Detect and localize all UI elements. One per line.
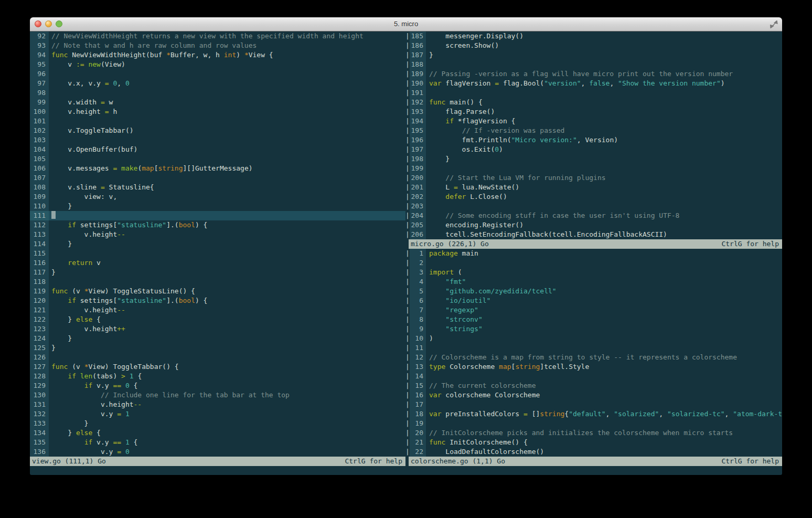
code-line[interactable]: 122 } else { — [30, 315, 405, 324]
code-line[interactable]: |206 tcell.SetEncodingFallback(tcell.Enc… — [405, 230, 782, 239]
code-line[interactable]: 111 — [30, 211, 405, 220]
code-line[interactable]: |1package main — [405, 249, 782, 258]
code-line[interactable]: |200 // Start the Lua VM for running plu… — [405, 173, 782, 183]
code-line[interactable]: |14 — [405, 372, 782, 381]
code-line[interactable]: |20// InitColorscheme picks and initiali… — [405, 428, 782, 438]
code-line[interactable]: 104 v.OpenBuffer(buf) — [30, 145, 405, 154]
code-line[interactable]: 129 if v.y == 0 { — [30, 381, 405, 390]
line-number: 121 — [30, 305, 49, 315]
code-line[interactable]: |204 // Some encoding stuff in case the … — [405, 211, 782, 220]
window-titlebar[interactable]: 5. micro — [30, 17, 782, 31]
code-line[interactable]: 123 v.height++ — [30, 324, 405, 334]
code-line[interactable]: 115 — [30, 249, 405, 258]
code-line[interactable]: 128 if len(tabs) > 1 { — [30, 372, 405, 381]
code-line[interactable]: 134 } else { — [30, 428, 405, 438]
pane-right-column[interactable]: |185 messenger.Display()|186 screen.Show… — [405, 31, 782, 475]
fullscreen-icon[interactable] — [770, 20, 778, 28]
code-line[interactable]: 97 v.x, v.y = 0, 0 — [30, 79, 405, 88]
code-line[interactable]: |199 — [405, 164, 782, 173]
code-line[interactable]: |198 } — [405, 154, 782, 164]
code-line[interactable]: 107 — [30, 173, 405, 183]
code-line[interactable]: 105 — [30, 154, 405, 164]
code-line[interactable]: |3import ( — [405, 268, 782, 277]
code-line[interactable]: |201 L = lua.NewState() — [405, 183, 782, 192]
code-line[interactable]: |13type Colorscheme map[string]tcell.Sty… — [405, 362, 782, 372]
code-line[interactable]: |5 "github.com/zyedidia/tcell" — [405, 287, 782, 296]
code-line[interactable]: |10) — [405, 334, 782, 343]
code-line[interactable]: 93// Note that w and h are raw column an… — [30, 41, 405, 50]
code-line[interactable]: 127func (v *View) ToggleTabbar() { — [30, 362, 405, 372]
code-line[interactable]: |15// The current colorscheme — [405, 381, 782, 390]
code-line[interactable]: 136 v.y = 0 — [30, 447, 405, 457]
code-line[interactable]: |194 if *flagVersion { — [405, 117, 782, 126]
code-line[interactable]: 101 — [30, 117, 405, 126]
code-line[interactable]: |190var flagVersion = flag.Bool("version… — [405, 79, 782, 88]
code-line[interactable]: 108 v.sline = Statusline{ — [30, 183, 405, 192]
code-line[interactable]: |6 "io/ioutil" — [405, 296, 782, 305]
code-line[interactable]: 114 } — [30, 239, 405, 249]
code-line[interactable]: |197 os.Exit(0) — [405, 145, 782, 154]
pane-view-go[interactable]: 92// NewViewWidthHeight returns a new vi… — [30, 31, 405, 475]
code-line[interactable]: 131 v.height-- — [30, 400, 405, 409]
code-line[interactable]: 120 if settings["statusline"].(bool) { — [30, 296, 405, 305]
code-line[interactable]: 96 — [30, 69, 405, 79]
code-line[interactable]: 94func NewViewWidthHeight(buf *Buffer, w… — [30, 50, 405, 60]
code-line[interactable]: 113 v.height-- — [30, 230, 405, 239]
code-line[interactable]: 106 v.messages = make(map[string][]Gutte… — [30, 164, 405, 173]
code-line[interactable]: |7 "regexp" — [405, 305, 782, 315]
code-line[interactable]: 118 — [30, 277, 405, 287]
code-line[interactable]: 103 — [30, 135, 405, 145]
code-line[interactable]: 109 view: v, — [30, 192, 405, 202]
code-line[interactable]: 102 v.ToggleTabbar() — [30, 126, 405, 135]
code-line[interactable]: |195 // If -version was passed — [405, 126, 782, 135]
code-line[interactable]: |17 — [405, 400, 782, 409]
code-line[interactable]: |189// Passing -version as a flag will h… — [405, 69, 782, 79]
code-line[interactable]: 117} — [30, 268, 405, 277]
code-line[interactable]: 124 } — [30, 334, 405, 343]
code-line[interactable]: 135 if v.y == 1 { — [30, 438, 405, 447]
code-line[interactable]: |186 screen.Show() — [405, 41, 782, 50]
code-line[interactable]: |196 fmt.Println("Micro version:", Versi… — [405, 135, 782, 145]
split-divider: | — [405, 88, 410, 98]
code-line[interactable]: |187} — [405, 50, 782, 60]
code-line[interactable]: |2 — [405, 258, 782, 268]
code-line[interactable]: 100 v.height = h — [30, 107, 405, 117]
editor-content: 92// NewViewWidthHeight returns a new vi… — [30, 31, 782, 475]
code-line[interactable]: 95 v := new(View) — [30, 60, 405, 69]
code-line[interactable]: 126 — [30, 353, 405, 362]
code-line[interactable]: |203 — [405, 202, 782, 211]
code-text: if v.y == 1 { — [49, 438, 405, 447]
code-line[interactable]: |4 "fmt" — [405, 277, 782, 287]
code-line[interactable]: 92// NewViewWidthHeight returns a new vi… — [30, 31, 405, 41]
code-line[interactable]: |205 encoding.Register() — [405, 220, 782, 230]
code-line[interactable]: 98 — [30, 88, 405, 98]
code-line[interactable]: 119func (v *View) ToggleStatusLine() { — [30, 287, 405, 296]
code-line[interactable]: |11 — [405, 343, 782, 353]
code-line[interactable]: 99 v.width = w — [30, 98, 405, 107]
code-line[interactable]: 132 v.y = 1 — [30, 409, 405, 419]
code-line[interactable]: 112 if settings["statusline"].(bool) { — [30, 220, 405, 230]
code-line[interactable]: |21func InitColorscheme() { — [405, 438, 782, 447]
code-text: return v — [49, 258, 405, 268]
code-line[interactable]: |19 — [405, 419, 782, 428]
statusbar-help-hint: CtrlG for help — [721, 239, 782, 249]
code-line[interactable]: |191 — [405, 88, 782, 98]
code-line[interactable]: 125} — [30, 343, 405, 353]
code-line[interactable]: |16var colorscheme Colorscheme — [405, 390, 782, 400]
code-line[interactable]: 133 } — [30, 419, 405, 428]
code-line[interactable]: |188 — [405, 60, 782, 69]
code-line[interactable]: |12// Colorscheme is a map from string t… — [405, 353, 782, 362]
code-line[interactable]: |193 flag.Parse() — [405, 107, 782, 117]
code-line[interactable]: |18var preInstalledColors = []string{"de… — [405, 409, 782, 419]
code-line[interactable]: |9 "strings" — [405, 324, 782, 334]
code-line[interactable]: 130 // Include one line for the tab bar … — [30, 390, 405, 400]
code-line[interactable]: |185 messenger.Display() — [405, 31, 782, 41]
code-line[interactable]: 121 v.height-- — [30, 305, 405, 315]
code-line[interactable]: 110 } — [30, 202, 405, 211]
code-text: os.Exit(0) — [426, 145, 782, 154]
code-line[interactable]: |192func main() { — [405, 98, 782, 107]
code-line[interactable]: 116 return v — [30, 258, 405, 268]
code-line[interactable]: |8 "strconv" — [405, 315, 782, 324]
code-line[interactable]: |202 defer L.Close() — [405, 192, 782, 202]
code-line[interactable]: |22 LoadDefaultColorscheme() — [405, 447, 782, 457]
